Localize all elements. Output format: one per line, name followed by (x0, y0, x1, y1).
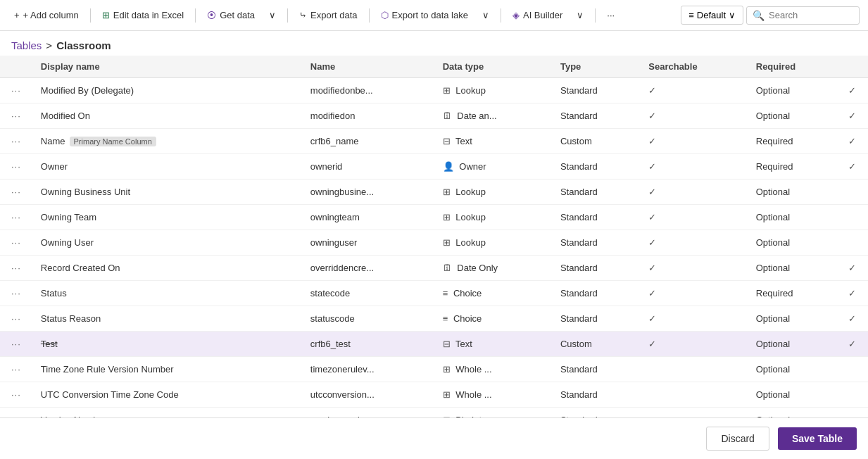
required-check: ✓ (848, 161, 856, 172)
row-display-name-cell: UTC Conversion Time Zone Code (32, 382, 285, 408)
row-more-button[interactable]: ··· (8, 236, 24, 249)
row-dots-cell: ··· (0, 332, 32, 357)
col-spacer (285, 56, 302, 78)
row-more-button[interactable]: ··· (8, 210, 24, 224)
row-more-button[interactable]: ··· (8, 261, 24, 275)
table-row[interactable]: ··· NamePrimary Name Column crfb6_name ⊟… (0, 129, 868, 154)
col-required[interactable]: Required (748, 56, 840, 78)
divider-6 (595, 8, 596, 23)
table-row[interactable]: ··· Status Reason statuscode ≡ Choice St… (0, 306, 868, 332)
row-searchable-cell: ✓ (640, 205, 747, 230)
edit-excel-button[interactable]: ⊞ Edit data in Excel (96, 6, 189, 24)
row-more-button[interactable]: ··· (8, 109, 24, 122)
excel-icon: ⊞ (102, 10, 110, 20)
row-display-name-cell: Status Reason (32, 306, 285, 332)
table-container: Display name Name Data type Type Searcha… (0, 56, 868, 436)
table-row[interactable]: ··· Record Created On overriddencre... 🗓… (0, 256, 868, 281)
col-type[interactable]: Type (552, 56, 640, 78)
searchable-check: ✓ (648, 313, 656, 324)
add-column-button[interactable]: + + Add column (8, 6, 84, 24)
row-more-button[interactable]: ··· (8, 388, 24, 401)
table-row[interactable]: ··· Modified By (Delegate) modifiedonbe.… (0, 78, 868, 103)
lake-icon: ⬡ (381, 10, 389, 20)
row-more-button[interactable]: ··· (8, 160, 24, 173)
layout-icon: ≡ (688, 10, 694, 20)
dropdown-arrow-1[interactable]: ∨ (263, 6, 282, 24)
search-icon: 🔍 (753, 10, 765, 21)
row-data-type-cell: ⊞ Lookup (434, 205, 552, 230)
row-type-cell: Standard (552, 281, 640, 306)
row-required-cell: Optional (748, 306, 840, 332)
table-row[interactable]: ··· Owning Business Unit owningbusine...… (0, 180, 868, 205)
searchable-check: ✓ (648, 288, 656, 298)
row-logical-name-cell: timezonerulev... (302, 357, 434, 382)
discard-button[interactable]: Discard (706, 427, 769, 436)
more-button[interactable]: ··· (601, 6, 620, 24)
row-logical-name-cell: overriddencre... (302, 256, 434, 281)
row-check2-cell: ✓ (840, 281, 868, 306)
type-icon: ⊞ (443, 187, 451, 197)
row-display-name-cell: Owning User (32, 230, 285, 256)
type-icon: ⊞ (443, 364, 451, 375)
row-type-cell: Standard (552, 306, 640, 332)
table-row[interactable]: ··· Owner ownerid 👤 Owner Standard ✓ Req… (0, 154, 868, 180)
row-more-button[interactable]: ··· (8, 337, 24, 351)
searchable-check: ✓ (648, 339, 656, 349)
row-type-cell: Standard (552, 103, 640, 129)
table-row[interactable]: ··· Modified On modifiedon 🗓 Date an... … (0, 103, 868, 129)
row-spacer-cell (285, 306, 302, 332)
row-more-button[interactable]: ··· (8, 363, 24, 376)
type-icon: ≡ (443, 313, 448, 324)
row-required-cell: Optional (748, 205, 840, 230)
col-logical-name[interactable]: Name (302, 56, 434, 78)
row-name-text: Name (41, 136, 65, 146)
row-spacer-cell (285, 357, 302, 382)
table-row[interactable]: ··· Status statecode ≡ Choice Standard ✓… (0, 281, 868, 306)
searchable-check: ✓ (648, 187, 656, 197)
col-searchable[interactable]: Searchable (640, 56, 747, 78)
searchable-check: ✓ (648, 161, 656, 172)
row-type-cell: Custom (552, 129, 640, 154)
table-row[interactable]: ··· Owning Team owningteam ⊞ Lookup Stan… (0, 205, 868, 230)
default-label: Default (697, 10, 726, 20)
default-button[interactable]: ≡ Default ∨ (681, 6, 743, 25)
col-data-type[interactable]: Data type (434, 56, 552, 78)
get-data-button[interactable]: ⦿ Get data (201, 6, 260, 24)
row-more-button[interactable]: ··· (8, 134, 24, 148)
col-display-name[interactable]: Display name (32, 56, 285, 78)
row-logical-name-cell: owningbusine... (302, 180, 434, 205)
export-lake-label: Export to data lake (392, 10, 468, 20)
row-more-button[interactable]: ··· (8, 84, 24, 97)
table-row[interactable]: ··· Test crfb6_test ⊟ Text Custom ✓ Opti… (0, 332, 868, 357)
searchable-check: ✓ (648, 136, 656, 146)
table-row[interactable]: ··· UTC Conversion Time Zone Code utccon… (0, 382, 868, 408)
row-more-button[interactable]: ··· (8, 287, 24, 300)
row-logical-name-cell: owningteam (302, 205, 434, 230)
export-data-button[interactable]: ⤷ Export data (294, 6, 363, 24)
chevron-down-icon: ∨ (269, 10, 276, 20)
save-table-button[interactable]: Save Table (778, 427, 857, 436)
breadcrumb-tables-link[interactable]: Tables (11, 39, 42, 51)
search-input[interactable] (769, 10, 853, 20)
table-row[interactable]: ··· Time Zone Rule Version Number timezo… (0, 357, 868, 382)
toolbar: + + Add column ⊞ Edit data in Excel ⦿ Ge… (0, 0, 868, 31)
add-column-label: + Add column (23, 10, 79, 20)
searchable-check: ✓ (648, 212, 656, 222)
export-lake-button[interactable]: ⬡ Export to data lake (375, 6, 474, 24)
row-name-text: Status (41, 288, 67, 298)
dropdown-arrow-2[interactable]: ∨ (477, 6, 495, 24)
row-more-button[interactable]: ··· (8, 312, 24, 325)
row-name-text: Owning Team (41, 212, 96, 222)
row-check2-cell: ✓ (840, 332, 868, 357)
table-row[interactable]: ··· Owning User owninguser ⊞ Lookup Stan… (0, 230, 868, 256)
row-more-button[interactable]: ··· (8, 185, 24, 199)
columns-table: Display name Name Data type Type Searcha… (0, 56, 868, 433)
ai-builder-button[interactable]: ◈ AI Builder (507, 6, 568, 24)
row-data-type-cell: ⊞ Whole ... (434, 382, 552, 408)
row-spacer-cell (285, 103, 302, 129)
dropdown-arrow-3[interactable]: ∨ (571, 6, 589, 24)
row-display-name-cell: Record Created On (32, 256, 285, 281)
row-data-type-cell: ⊞ Whole ... (434, 357, 552, 382)
row-required-cell: Optional (748, 103, 840, 129)
row-dots-cell: ··· (0, 382, 32, 408)
